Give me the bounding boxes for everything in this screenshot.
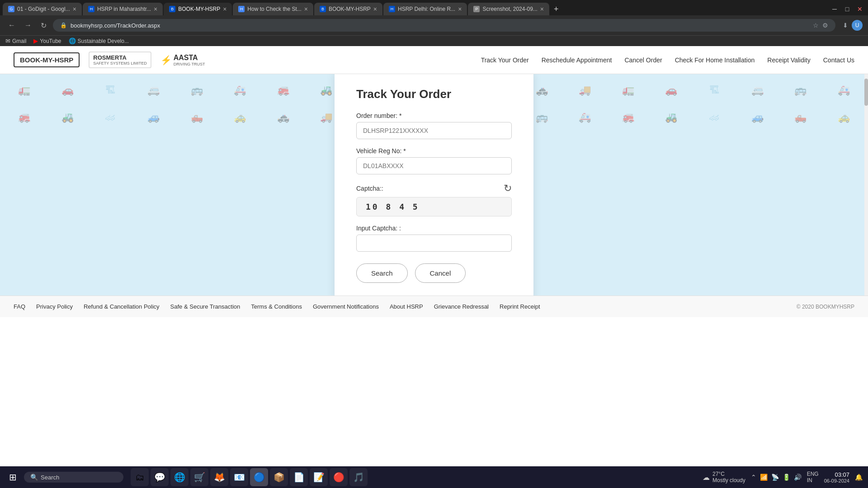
taskbar-app-notes[interactable]: 📝 <box>310 468 328 486</box>
footer-privacy[interactable]: Privacy Policy <box>36 303 73 310</box>
tab-close-6[interactable]: × <box>458 5 462 13</box>
bg-v6: 🚑 <box>219 78 260 103</box>
bg-v25: 🛻 <box>176 105 217 130</box>
star-icon[interactable]: ☆ <box>813 22 819 29</box>
tab-7[interactable]: P Screenshot, 2024-09... × <box>468 3 549 15</box>
tab-3[interactable]: B BOOK-MY-HSRP × <box>164 3 232 15</box>
taskbar-app-media[interactable]: 🔴 <box>330 468 348 486</box>
tab-title-3: BOOK-MY-HSRP <box>178 6 220 12</box>
minimize-button[interactable]: ─ <box>829 4 840 14</box>
logo-bookmyhsrp[interactable]: BOOK-MY-HSRP <box>14 52 80 67</box>
taskbar-app-package[interactable]: 📦 <box>270 468 288 486</box>
nav-contact-us[interactable]: Contact Us <box>823 56 854 64</box>
bookmark-sustainable[interactable]: 🌐 Sustainable Develo... <box>69 38 129 44</box>
tab-1[interactable]: G 01 - GoDigit - Googl... × <box>3 3 82 15</box>
systray-wifi-icon[interactable]: 📡 <box>771 474 779 481</box>
logo-aasta[interactable]: ⚡ AASTA DRIVING TRUST <box>160 54 205 66</box>
tab-6[interactable]: H HSRP Delhi: Online R... × <box>383 3 467 15</box>
bookmark-gmail[interactable]: ✉ Gmail <box>5 38 26 44</box>
taskbar-app-edge[interactable]: 🌐 <box>170 468 189 486</box>
back-button[interactable]: ← <box>5 20 18 30</box>
taskbar-app-files[interactable]: 🗂 <box>131 468 149 486</box>
lang-region: IN <box>807 477 819 483</box>
nav-home-installation[interactable]: Check For Home Installation <box>675 56 755 64</box>
bg-v7: 🚒 <box>262 78 303 103</box>
taskbar-app-mail[interactable]: 📧 <box>230 468 248 486</box>
systray-speaker-icon[interactable]: 🔊 <box>794 474 802 481</box>
systray-battery-icon[interactable]: 🔋 <box>783 474 790 481</box>
footer-faq[interactable]: FAQ <box>14 303 25 310</box>
bg-v19: 🚌 <box>780 78 821 103</box>
input-captcha-input[interactable] <box>356 235 512 252</box>
cancel-button[interactable]: Cancel <box>415 263 466 283</box>
bg-v16: 🚗 <box>651 78 692 103</box>
taskbar-search-box[interactable]: 🔍 Search <box>24 472 123 483</box>
order-number-input[interactable] <box>356 122 512 139</box>
taskbar-app-chrome[interactable]: 🔵 <box>250 468 268 486</box>
track-order-form-card: Track Your Order Order number: * Vehicle… <box>335 74 533 296</box>
input-captcha-label: Input Captcha: : <box>356 225 512 232</box>
taskbar-app-docs[interactable]: 📄 <box>290 468 308 486</box>
tab-close-7[interactable]: × <box>540 5 544 13</box>
systray-arrow-icon[interactable]: ⌃ <box>751 474 756 481</box>
nav-receipt-validity[interactable]: Receipt Validity <box>767 56 810 64</box>
address-bar[interactable]: 🔒 bookmyhsrp.com/TrackOrder.aspx ☆ ⚙ <box>53 19 835 32</box>
taskbar-app-music[interactable]: 🎵 <box>349 468 368 486</box>
tab-close-2[interactable]: × <box>154 5 157 13</box>
taskbar-clock[interactable]: 03:07 06-09-2024 <box>824 471 849 483</box>
tab-2[interactable]: H HSRP in Maharashtr... × <box>83 3 163 15</box>
scrollbar[interactable] <box>864 74 868 296</box>
footer-grievance[interactable]: Grievance Redressal <box>434 303 489 310</box>
tab-4[interactable]: H How to Check the St... × <box>233 3 313 15</box>
weather-desc: Mostly cloudy <box>712 477 745 483</box>
site-header: BOOK-MY-HSRP ROSMERTA SAFETY SYSTEMS LIM… <box>0 46 868 74</box>
footer-about-hsrp[interactable]: About HSRP <box>390 303 423 310</box>
taskbar-app-store[interactable]: 🛒 <box>190 468 208 486</box>
download-icon[interactable]: ⬇ <box>843 22 848 29</box>
tab-title-6: HSRP Delhi: Online R... <box>398 6 455 12</box>
vehicle-reg-input[interactable] <box>356 157 512 174</box>
aasta-sub: DRIVING TRUST <box>174 62 205 66</box>
new-tab-button[interactable]: + <box>550 5 562 14</box>
footer-copyright: © 2020 BOOKMYHSRP <box>797 304 854 310</box>
taskbar-app-fox[interactable]: 🦊 <box>210 468 228 486</box>
site-nav: Track Your Order Reschedule Appointment … <box>481 56 854 64</box>
tab-title-2: HSRP in Maharashtr... <box>97 6 151 12</box>
systray-network-icon[interactable]: 📶 <box>760 474 768 481</box>
logo-rosmerta[interactable]: ROSMERTA SAFETY SYSTEMS LIMITED <box>89 52 151 68</box>
language-indicator[interactable]: ENG IN <box>807 471 819 483</box>
form-title: Track Your Order <box>356 87 512 101</box>
captcha-refresh-icon[interactable]: ↻ <box>504 183 512 194</box>
notification-icon[interactable]: 🔔 <box>855 474 863 481</box>
tab-close-5[interactable]: × <box>373 5 377 13</box>
footer-refund[interactable]: Refund & Cancellation Policy <box>84 303 160 310</box>
taskbar-app-chat[interactable]: 💬 <box>151 468 169 486</box>
tab-5[interactable]: B BOOK-MY-HSRP × <box>314 3 382 15</box>
scrollbar-thumb[interactable] <box>864 79 868 106</box>
nav-cancel-order[interactable]: Cancel Order <box>624 56 662 64</box>
profile-icon[interactable]: U <box>852 20 863 31</box>
maximize-button[interactable]: □ <box>842 4 853 14</box>
footer-safe-transaction[interactable]: Safe & Secure Transaction <box>170 303 241 310</box>
aasta-name: AASTA <box>174 54 205 62</box>
extension-icon[interactable]: ⚙ <box>822 22 828 29</box>
footer-govt-notifications[interactable]: Government Notifications <box>313 303 379 310</box>
aasta-arrow-icon: ⚡ <box>160 55 172 66</box>
nav-track-order[interactable]: Track Your Order <box>481 56 529 64</box>
address-icons: ☆ ⚙ <box>813 22 828 29</box>
bg-v14: 🚚 <box>564 78 605 103</box>
search-button[interactable]: Search <box>356 263 408 283</box>
start-button[interactable]: ⊞ <box>5 470 20 484</box>
forward-button[interactable]: → <box>22 20 34 30</box>
reload-button[interactable]: ↻ <box>38 20 49 31</box>
footer-terms[interactable]: Terms & Conditions <box>251 303 302 310</box>
url-text: bookmyhsrp.com/TrackOrder.aspx <box>71 22 809 29</box>
weather-temp: 27°C <box>712 471 745 477</box>
footer-reprint[interactable]: Reprint Receipt <box>500 303 540 310</box>
tab-close-4[interactable]: × <box>304 5 308 13</box>
bookmark-youtube[interactable]: ▶ YouTube <box>33 38 61 44</box>
tab-close-3[interactable]: × <box>223 5 226 13</box>
nav-reschedule[interactable]: Reschedule Appointment <box>542 56 612 64</box>
close-button[interactable]: ✕ <box>854 4 865 14</box>
tab-close-1[interactable]: × <box>73 5 76 13</box>
